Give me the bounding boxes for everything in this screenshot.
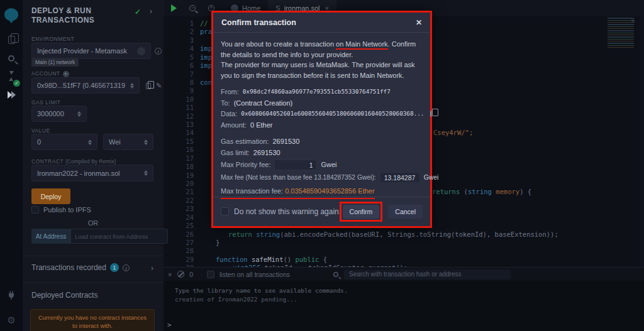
- gas-estimation-value: 2691530: [272, 136, 299, 147]
- editor-scrollbar[interactable]: [640, 16, 644, 267]
- amount-value: 0 Ether: [250, 120, 272, 131]
- value-input[interactable]: 0: [31, 134, 97, 150]
- publish-ipfs-label: Publish to IPFS: [43, 206, 91, 214]
- file-explorer-icon[interactable]: [0, 30, 23, 49]
- or-separator: OR: [23, 219, 164, 227]
- panel-divider: [23, 256, 164, 256]
- main-network-highlight: on Main Network: [336, 40, 388, 50]
- account-label: ACCOUNT+: [31, 70, 69, 77]
- panel-collapse-icon[interactable]: ›: [150, 7, 152, 16]
- max-priority-fee-row: Max Priority fee: Gwei: [221, 160, 423, 170]
- from-row: From: 0x98dc2f4860aa96977e793551cb553307…: [221, 87, 423, 97]
- deploy-button[interactable]: Deploy: [31, 188, 70, 204]
- gas-limit-value: 3000000: [37, 110, 64, 117]
- confirm-annotation-box: Confirm: [340, 202, 383, 222]
- gas-limit-value: 2691530: [253, 148, 280, 158]
- confirm-transaction-modal: Confirm transaction ✕ You are about to c…: [211, 11, 432, 228]
- data-row: Data: 0x6080604052601e600855604051806060…: [221, 109, 423, 119]
- search-icon[interactable]: [0, 49, 23, 68]
- publish-ipfs-checkbox[interactable]: [31, 206, 39, 214]
- edit-account-icon[interactable]: ✎: [156, 82, 162, 90]
- modal-body: You are about to create a transaction on…: [213, 33, 430, 217]
- gwei-label: Gwei: [321, 160, 336, 170]
- modal-footer: Confirm Cancel: [213, 197, 430, 226]
- max-fee-input[interactable]: [380, 172, 420, 183]
- terminal-collapse-icon[interactable]: »: [167, 272, 174, 276]
- listen-all-label: listen on all transactions: [219, 271, 290, 278]
- contract-select[interactable]: Ironman2022 - ironman.sol: [31, 165, 153, 182]
- gwei-label2: Gwei: [424, 173, 438, 182]
- account-value: 0x98D...51fF7 (0.465671319: [37, 82, 125, 89]
- value-stepper-icon: [88, 139, 92, 145]
- remix-logo-icon[interactable]: [0, 5, 23, 24]
- environment-select[interactable]: Injected Provider - Metamask: [31, 43, 151, 59]
- terminal-output[interactable]: Type the library name to see available c…: [164, 281, 644, 331]
- provider-paragraph: The provider for many users is MetaMask.…: [221, 60, 423, 80]
- add-account-icon[interactable]: +: [63, 71, 69, 77]
- transactions-recorded-label: Transactions recorded: [31, 263, 106, 272]
- from-address: 0x98dc2f4860aa96977e793551cb55330764751f…: [243, 87, 391, 96]
- contract-stepper-icon: [144, 170, 148, 176]
- cancel-button[interactable]: Cancel: [388, 205, 423, 219]
- account-select[interactable]: 0x98D...51fF7 (0.465671319: [31, 77, 140, 94]
- transactions-count-badge: 1: [110, 263, 119, 272]
- transactions-info-icon[interactable]: i: [123, 264, 130, 271]
- copy-data-icon[interactable]: [430, 111, 431, 117]
- max-priority-fee-input[interactable]: [274, 160, 317, 170]
- modal-title: Confirm transaction: [221, 18, 296, 27]
- unit-stepper-icon: [144, 139, 148, 145]
- minimap[interactable]: [608, 18, 634, 49]
- modal-close-icon[interactable]: ✕: [416, 18, 422, 27]
- to-value: (Contract Creation): [234, 98, 293, 109]
- terminal-toolbar: » 0 listen on all transactions: [164, 267, 644, 281]
- panel-title: DEPLOY & RUN TRANSACTIONS: [31, 6, 132, 25]
- at-address-button[interactable]: At Address: [31, 229, 70, 244]
- terminal-log-line: creation of Ironman2022 pending...: [175, 296, 297, 303]
- icon-sidebar: ✓ ⚙: [0, 0, 23, 331]
- listen-all-checkbox[interactable]: [207, 271, 214, 278]
- to-row: To: (Contract Creation): [221, 98, 423, 109]
- pending-tx-count: 0: [189, 271, 193, 278]
- settings-gear-icon[interactable]: ⚙: [0, 311, 23, 330]
- value-unit-select[interactable]: Wei: [103, 134, 153, 150]
- no-instances-alert: Currently you have no contract instances…: [30, 309, 155, 331]
- pending-tx-icon: [177, 271, 184, 278]
- terminal-search-input[interactable]: [344, 269, 511, 279]
- gas-stepper-icon: [77, 111, 81, 117]
- deploy-run-icon[interactable]: [0, 85, 23, 104]
- modal-header: Confirm transaction ✕: [213, 13, 430, 33]
- gas-estimation-row: Gas estimation: 2691530: [221, 136, 423, 147]
- warning-paragraph: You are about to create a transaction on…: [221, 39, 423, 60]
- confirm-button[interactable]: Confirm: [343, 205, 380, 219]
- value-amount: 0: [37, 138, 41, 146]
- environment-label: ENVIRONMENT: [31, 36, 74, 42]
- terminal-log-line: Type the library name to see available c…: [175, 287, 348, 294]
- account-stepper-icon: [130, 83, 134, 89]
- max-fee-row: Max fee (Not less than base fee 13.18428…: [221, 172, 423, 183]
- editor-actions-icon[interactable]: ≡: [631, 18, 635, 24]
- value-unit: Wei: [109, 138, 121, 146]
- transactions-recorded-row[interactable]: Transactions recorded 1 i: [31, 263, 130, 272]
- terminal-prompt[interactable]: >: [167, 321, 172, 329]
- terminal-search-icon: [333, 272, 338, 277]
- zoom-out-icon[interactable]: −: [189, 5, 196, 11]
- load-contract-input[interactable]: [70, 229, 168, 244]
- copy-account-icon[interactable]: [146, 83, 151, 89]
- transactions-expand-icon[interactable]: ›: [151, 264, 153, 273]
- plugin-manager-icon[interactable]: [0, 286, 23, 305]
- environment-info-icon[interactable]: i: [155, 48, 162, 55]
- solidity-compiler-icon[interactable]: ✓: [0, 67, 23, 85]
- run-script-icon[interactable]: [171, 4, 177, 12]
- panel-check-icon: ✓: [135, 8, 141, 16]
- environment-status-icon: [137, 47, 145, 55]
- contract-value: Ironman2022 - ironman.sol: [37, 170, 119, 177]
- value-label: VALUE: [31, 128, 50, 134]
- network-badge: Main (1) network: [31, 58, 79, 67]
- deploy-run-panel: DEPLOY & RUN TRANSACTIONS ✓ › ENVIRONMEN…: [23, 0, 164, 331]
- deployed-contracts-header: Deployed Contracts: [31, 291, 97, 300]
- contract-label: CONTRACT (Compiled By Remix): [31, 158, 116, 165]
- environment-value: Injected Provider - Metamask: [37, 47, 127, 55]
- gas-limit-input[interactable]: 3000000: [31, 106, 87, 122]
- max-transaction-fee-value: 0.03548590493652856 Ether: [285, 187, 375, 195]
- gas-limit-row: Gas limit: 2691530: [221, 148, 423, 158]
